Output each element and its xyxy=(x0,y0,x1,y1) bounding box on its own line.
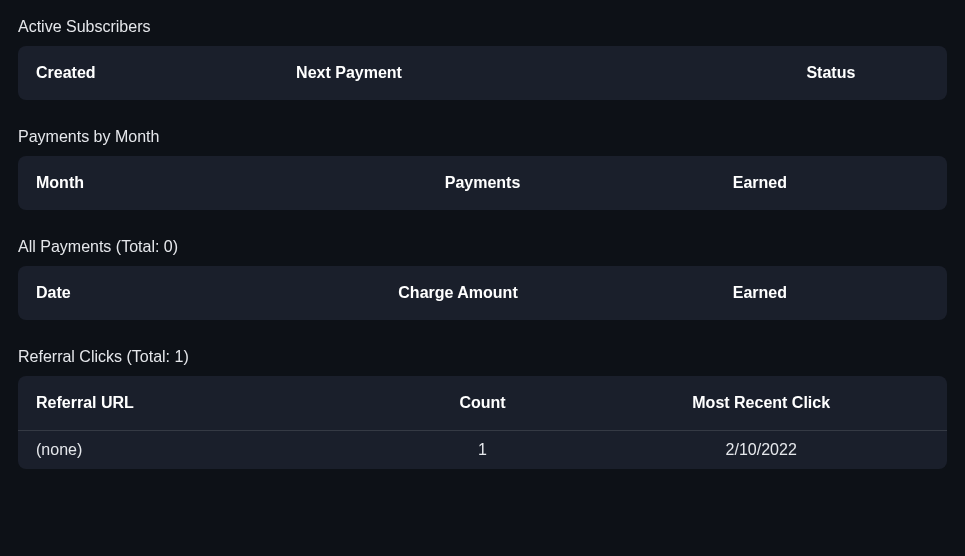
payments-by-month-section: Payments by Month Month Payments Earned xyxy=(18,128,947,210)
col-month: Month xyxy=(18,156,427,210)
col-most-recent-click: Most Recent Click xyxy=(575,376,947,431)
col-date: Date xyxy=(18,266,380,320)
all-payments-table: Date Charge Amount Earned xyxy=(18,266,947,320)
col-earned: Earned xyxy=(715,266,947,320)
cell-count: 1 xyxy=(390,431,576,470)
payments-by-month-table-wrap: Month Payments Earned xyxy=(18,156,947,210)
col-referral-url: Referral URL xyxy=(18,376,390,431)
col-charge-amount: Charge Amount xyxy=(380,266,714,320)
active-subscribers-title: Active Subscribers xyxy=(18,18,947,36)
payments-by-month-table: Month Payments Earned xyxy=(18,156,947,210)
table-header-row: Date Charge Amount Earned xyxy=(18,266,947,320)
referral-clicks-table-wrap: Referral URL Count Most Recent Click (no… xyxy=(18,376,947,469)
cell-referral-url: (none) xyxy=(18,431,390,470)
col-created: Created xyxy=(18,46,278,100)
col-earned: Earned xyxy=(715,156,947,210)
active-subscribers-table: Created Next Payment Status xyxy=(18,46,947,100)
referral-clicks-title: Referral Clicks (Total: 1) xyxy=(18,348,947,366)
all-payments-title: All Payments (Total: 0) xyxy=(18,238,947,256)
payments-by-month-title: Payments by Month xyxy=(18,128,947,146)
all-payments-table-wrap: Date Charge Amount Earned xyxy=(18,266,947,320)
table-row: (none) 1 2/10/2022 xyxy=(18,431,947,470)
col-next-payment: Next Payment xyxy=(278,46,715,100)
cell-most-recent-click: 2/10/2022 xyxy=(575,431,947,470)
table-header-row: Created Next Payment Status xyxy=(18,46,947,100)
col-payments: Payments xyxy=(427,156,715,210)
col-count: Count xyxy=(390,376,576,431)
active-subscribers-section: Active Subscribers Created Next Payment … xyxy=(18,18,947,100)
referral-clicks-table: Referral URL Count Most Recent Click (no… xyxy=(18,376,947,469)
active-subscribers-table-wrap: Created Next Payment Status xyxy=(18,46,947,100)
col-status: Status xyxy=(715,46,947,100)
all-payments-section: All Payments (Total: 0) Date Charge Amou… xyxy=(18,238,947,320)
table-header-row: Referral URL Count Most Recent Click xyxy=(18,376,947,431)
referral-clicks-section: Referral Clicks (Total: 1) Referral URL … xyxy=(18,348,947,469)
table-header-row: Month Payments Earned xyxy=(18,156,947,210)
